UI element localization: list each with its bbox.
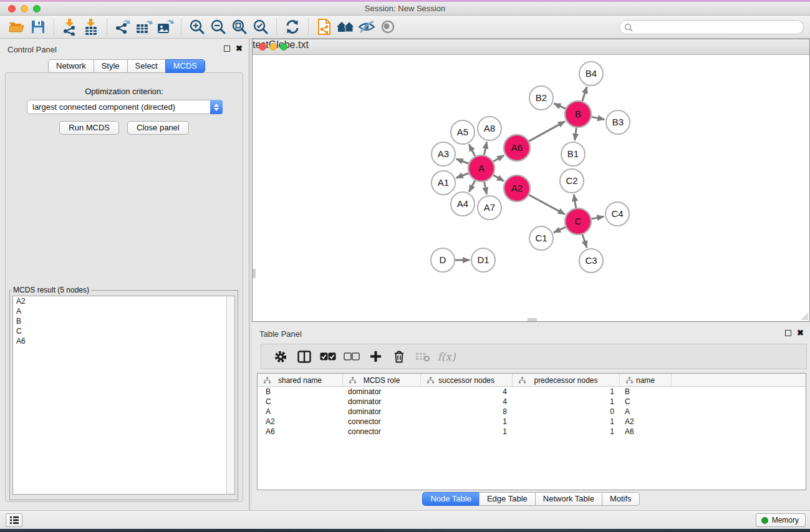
node-A6[interactable]: A6 [504, 135, 530, 161]
function-builder-icon[interactable]: f(x) [435, 347, 458, 366]
network-close-button[interactable] [259, 43, 266, 51]
node-B3[interactable]: B3 [606, 110, 630, 134]
cell-shared-name[interactable]: A6 [258, 427, 343, 437]
network-window-titlebar[interactable]: testGlobe.txt [253, 39, 809, 55]
node-A[interactable]: A [468, 155, 494, 181]
mcds-result-item[interactable]: A2 [13, 296, 234, 306]
cell-MCDS-role[interactable]: dominator [343, 397, 421, 407]
select-all-columns-icon[interactable] [316, 347, 340, 366]
edge-A-A6[interactable] [493, 155, 504, 162]
canvas-bottom-handle[interactable] [528, 318, 537, 321]
cell-predecessor-nodes[interactable]: 1 [513, 397, 620, 407]
node-B[interactable]: B [565, 101, 591, 127]
optimization-criterion-dropdown[interactable]: largest connected component (directed) [27, 100, 223, 114]
edge-C-C2[interactable] [574, 195, 576, 208]
cell-successor-nodes[interactable]: 1 [421, 427, 513, 437]
cell-successor-nodes[interactable]: 1 [421, 417, 513, 427]
cell-name[interactable]: A2 [620, 417, 672, 427]
open-session-icon[interactable] [6, 17, 27, 36]
column-header-successor-nodes[interactable]: successor nodes [421, 374, 513, 387]
cell-MCDS-role[interactable]: dominator [343, 407, 421, 417]
cell-MCDS-role[interactable]: connector [343, 427, 421, 437]
node-D1[interactable]: D1 [471, 248, 495, 272]
edge-A-A3[interactable] [456, 159, 469, 163]
node-A7[interactable]: A7 [478, 196, 501, 220]
edge-A-A2[interactable] [493, 175, 504, 181]
edge-A-A8[interactable] [484, 142, 486, 155]
clone-network-icon[interactable] [314, 17, 335, 36]
export-image-icon[interactable] [155, 17, 176, 36]
tab-node-table[interactable]: Node Table [422, 492, 480, 506]
add-column-icon[interactable] [364, 347, 387, 366]
mcds-result-item[interactable]: A [13, 306, 234, 316]
node-A1[interactable]: A1 [432, 171, 455, 195]
export-network-icon[interactable] [112, 17, 133, 36]
network-canvas[interactable]: B4B2BB3B1C2A5A8A3A6AA1A2A4A7CC4C1C3DD1 [253, 55, 809, 321]
edge-C-C3[interactable] [582, 235, 587, 248]
close-panel-icon[interactable]: ✖ [236, 46, 243, 52]
resize-grip-icon[interactable] [801, 312, 809, 321]
tab-select[interactable]: Select [127, 59, 166, 73]
show-details-eye-icon[interactable] [377, 17, 398, 36]
network-zoom-button[interactable] [280, 43, 287, 51]
edge-C-C4[interactable] [592, 216, 604, 219]
table-row[interactable]: Bdominator41B [258, 387, 806, 397]
delete-table-icon[interactable] [411, 347, 435, 366]
edge-A-A7[interactable] [484, 182, 486, 195]
search-input[interactable] [633, 21, 803, 33]
close-table-panel-icon[interactable]: ✖ [797, 330, 804, 336]
deselect-all-columns-icon[interactable] [340, 347, 364, 366]
node-B4[interactable]: B4 [579, 62, 603, 85]
cell-successor-nodes[interactable]: 8 [421, 407, 513, 417]
column-header-predecessor-nodes[interactable]: predecessor nodes [513, 374, 620, 387]
export-table-icon[interactable] [133, 17, 155, 36]
import-network-icon[interactable] [59, 17, 80, 36]
tab-style[interactable]: Style [94, 59, 128, 73]
cell-shared-name[interactable]: A [258, 407, 343, 417]
tab-motifs[interactable]: Motifs [602, 492, 640, 506]
table-row[interactable]: A6connector11A6 [258, 427, 806, 437]
tab-network[interactable]: Network [48, 59, 94, 73]
edge-A6-B[interactable] [529, 122, 565, 142]
network-minimize-button[interactable] [269, 43, 277, 51]
edge-B-B1[interactable] [575, 128, 577, 140]
edge-C-C1[interactable] [554, 227, 566, 233]
task-history-button[interactable] [6, 513, 22, 527]
node-C2[interactable]: C2 [560, 169, 584, 193]
node-A8[interactable]: A8 [478, 117, 501, 140]
mcds-result-item[interactable]: A6 [13, 336, 234, 346]
cell-predecessor-nodes[interactable]: 1 [513, 427, 620, 437]
edge-B-B4[interactable] [582, 87, 587, 101]
tab-mcds[interactable]: MCDS [165, 59, 205, 73]
hide-details-eye-slash-icon[interactable] [356, 17, 377, 36]
zoom-in-icon[interactable] [186, 17, 208, 36]
column-header-name[interactable]: name [620, 374, 672, 387]
import-table-icon[interactable] [80, 17, 102, 36]
refresh-icon[interactable] [282, 17, 303, 36]
float-table-panel-icon[interactable] [785, 330, 791, 336]
edge-A-A4[interactable] [469, 180, 475, 191]
cell-MCDS-role[interactable]: dominator [343, 387, 421, 397]
zoom-fit-icon[interactable] [229, 17, 250, 36]
cell-shared-name[interactable]: A2 [258, 417, 343, 427]
node-C4[interactable]: C4 [605, 202, 629, 226]
cell-shared-name[interactable]: B [258, 387, 343, 397]
node-A2[interactable]: A2 [504, 175, 530, 201]
cell-successor-nodes[interactable]: 4 [421, 387, 513, 397]
mcds-result-scrollbar[interactable] [226, 296, 234, 494]
node-A4[interactable]: A4 [451, 192, 475, 216]
node-C1[interactable]: C1 [529, 226, 553, 250]
tab-edge-table[interactable]: Edge Table [479, 492, 536, 506]
node-C[interactable]: C [565, 208, 591, 235]
float-panel-icon[interactable] [224, 46, 230, 52]
node-B1[interactable]: B1 [561, 142, 585, 166]
tab-network-table[interactable]: Network Table [535, 492, 602, 506]
cell-shared-name[interactable]: C [258, 397, 343, 407]
cell-successor-nodes[interactable]: 4 [421, 397, 513, 407]
table-settings-gear-icon[interactable] [269, 347, 292, 366]
node-A5[interactable]: A5 [451, 120, 475, 144]
cell-predecessor-nodes[interactable]: 1 [513, 387, 620, 397]
cell-name[interactable]: A6 [620, 427, 672, 437]
mcds-result-item[interactable]: C [13, 326, 234, 336]
table-row[interactable]: Cdominator41C [258, 397, 806, 407]
